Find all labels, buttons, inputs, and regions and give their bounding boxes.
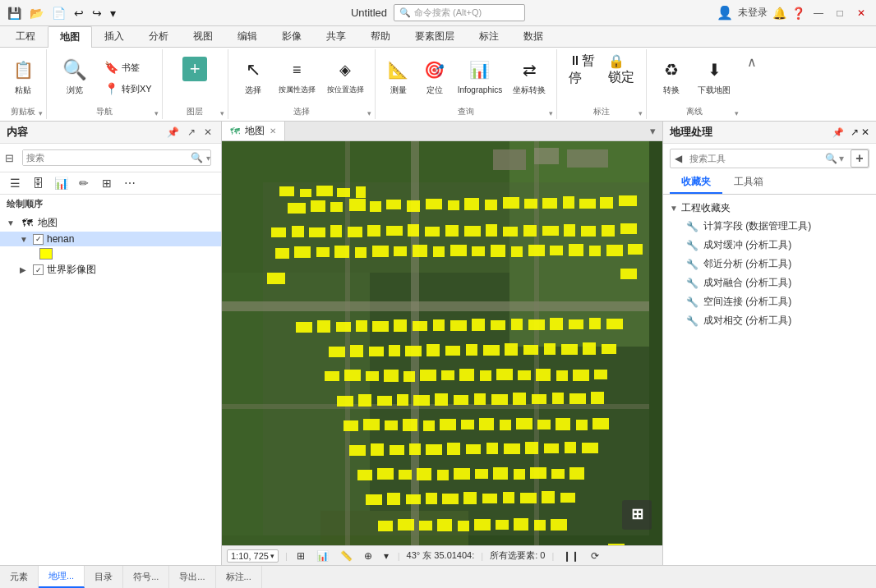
infographics-button[interactable]: 📊 Infographics [454,54,505,98]
browse-button[interactable]: 🔍 浏览 [53,54,96,98]
geo-search-dropdown[interactable]: ▾ [839,153,844,164]
content-search-dropdown[interactable]: ▾ [206,154,210,163]
bottom-tab-geo[interactable]: 地理... [39,566,85,588]
world-expand-arrow[interactable]: ▶ [20,265,30,274]
scale-dropdown[interactable]: 1:10, 725 ▾ [227,549,279,563]
tab-map[interactable]: 地图 [48,26,92,48]
edit-view-button[interactable]: ✏ [74,174,94,192]
select-expand[interactable]: ▾ [367,109,371,117]
henan-checkbox[interactable]: ✓ [33,234,44,245]
content-search-bar[interactable]: 🔍 ▾ [22,149,211,166]
list-view-button[interactable]: ☰ [5,174,25,192]
select-button[interactable]: ↖ 选择 [235,54,271,98]
henan-expand-arrow[interactable]: ▼ [20,235,30,244]
map-expand-arrow[interactable]: ▼ [7,218,16,227]
refresh-map-icon[interactable]: ⟳ [588,549,602,563]
bottom-tab-catalog[interactable]: 目录 [85,566,123,588]
maximize-button[interactable]: □ [832,5,848,21]
geo-add-button[interactable]: + [851,149,869,168]
save-icon[interactable]: 💾 [5,5,24,21]
geo-tool-pair-buffer[interactable]: 🔧 成对缓冲 (分析工具) [670,236,869,255]
right-panel-float-button[interactable]: ↗ [851,126,859,138]
tab-insert[interactable]: 插入 [92,25,136,47]
content-search-input[interactable] [23,150,187,165]
tab-edit[interactable]: 编辑 [225,25,270,47]
geo-section-header-project[interactable]: ▼ 工程收藏夹 [670,200,869,217]
bottom-tab-export[interactable]: 导出... [169,566,215,588]
paste-button[interactable]: 📋 粘贴 [7,54,39,98]
redo-icon[interactable]: ↪ [90,5,104,21]
right-panel-close-button[interactable]: ✕ [861,126,869,138]
tab-label[interactable]: 标注 [467,25,511,47]
user-label[interactable]: 未登录 [738,6,768,20]
geo-tool-spatial-join[interactable]: 🔧 空间连接 (分析工具) [670,292,869,311]
filter-icon[interactable]: ⊟ [5,152,14,164]
geo-tool-near-analysis[interactable]: 🔧 邻近分析 (分析工具) [670,255,869,273]
bookmark-button[interactable]: 🔖 书签 [99,57,155,77]
map-tab-dropdown[interactable]: ▾ [643,125,662,137]
layer-expand[interactable]: ▾ [220,109,224,117]
bottom-tab-labeling[interactable]: 标注... [216,566,262,588]
tab-view[interactable]: 视图 [181,25,225,47]
download-map-button[interactable]: ⬇ 下载地图 [693,54,735,98]
pause-map-icon[interactable]: ❙❙ [560,549,582,563]
new-icon[interactable]: 📄 [49,5,68,21]
minimize-button[interactable]: — [810,5,827,21]
query-expand[interactable]: ▾ [549,109,553,117]
select-by-loc-button[interactable]: ◈ 按位置选择 [323,54,368,97]
locate-button[interactable]: 🎯 定位 [418,54,451,98]
left-panel-close-button[interactable]: ✕ [201,126,214,139]
undo-icon[interactable]: ↩ [71,5,86,21]
nav-expand[interactable]: ▾ [154,109,159,117]
more-icon[interactable]: ▾ [108,5,118,21]
chart-view-button[interactable]: 📊 [51,174,71,192]
geo-tab-favorites[interactable]: 收藏夹 [670,172,722,194]
world-checkbox[interactable]: ✓ [33,264,44,275]
geo-tool-pair-dissolve[interactable]: 🔧 成对融合 (分析工具) [670,273,869,292]
tab-share[interactable]: 共享 [314,25,358,47]
left-panel-pin-button[interactable]: 📌 [164,126,182,139]
select-by-attr-button[interactable]: ≡ 按属性选择 [274,54,320,97]
geo-search-bar[interactable]: ◀ 🔍 ▾ + [670,149,869,168]
label-expand[interactable]: ▾ [639,109,643,117]
geo-back-button[interactable]: ◀ [671,151,686,166]
grid-icon[interactable]: ⊞ [294,549,307,563]
geo-tool-pair-intersect[interactable]: 🔧 成对相交 (分析工具) [670,311,869,330]
lock-button[interactable]: 🔒锁定 [603,54,639,85]
toc-item-world-imagery[interactable]: ▶ ✓ 世界影像图 [0,261,221,278]
offline-expand[interactable]: ▾ [735,109,739,117]
tab-data[interactable]: 数据 [511,25,556,47]
close-button[interactable]: ✕ [853,5,869,21]
bottom-tab-elements[interactable]: 元素 [0,566,39,588]
toc-item-map[interactable]: ▼ 🗺 地图 [0,214,221,232]
measure-status-icon[interactable]: 📏 [338,549,355,563]
geo-tab-toolbox[interactable]: 工具箱 [722,172,775,194]
clipboard-expand[interactable]: ▾ [39,109,43,117]
coord-transform-button[interactable]: ⇄ 坐标转换 [509,54,550,98]
open-icon[interactable]: 📂 [27,5,46,21]
toc-item-henan[interactable]: ▼ ✓ henan [0,232,221,246]
tab-feature-layer[interactable]: 要素图层 [403,25,467,47]
command-search[interactable]: 🔍 命令搜索 (Alt+Q) [394,4,525,21]
left-panel-float-button[interactable]: ↗ [185,126,198,139]
notification-icon[interactable]: 🔔 [772,7,786,20]
tab-project[interactable]: 工程 [3,25,48,47]
tab-help[interactable]: 帮助 [358,25,403,47]
db-view-button[interactable]: 🗄 [28,174,48,192]
dropdown-status-icon[interactable]: ▾ [381,549,391,563]
bottom-tab-symbol[interactable]: 符号... [123,566,169,588]
geo-search-icon[interactable]: 🔍 [825,153,837,164]
table-icon[interactable]: 📊 [314,549,331,563]
map-tab-close[interactable]: ✕ [270,126,276,136]
map-tab-main[interactable]: 🗺 地图 ✕ [222,122,285,140]
tab-analysis[interactable]: 分析 [136,25,181,47]
nav-status-icon[interactable]: ⊕ [362,549,375,563]
map-canvas[interactable]: ⊞ [222,141,662,545]
convert-button[interactable]: ♻ 转换 [653,54,689,98]
right-panel-pin-button[interactable]: 📌 [829,126,847,138]
help-icon[interactable]: ❓ [791,7,805,20]
ribbon-collapse-button[interactable]: ∧ [742,53,762,71]
grid-view-button[interactable]: ⊞ [97,174,117,192]
add-layer-button[interactable]: + [179,54,210,86]
content-search-icon[interactable]: 🔍 [187,150,206,165]
